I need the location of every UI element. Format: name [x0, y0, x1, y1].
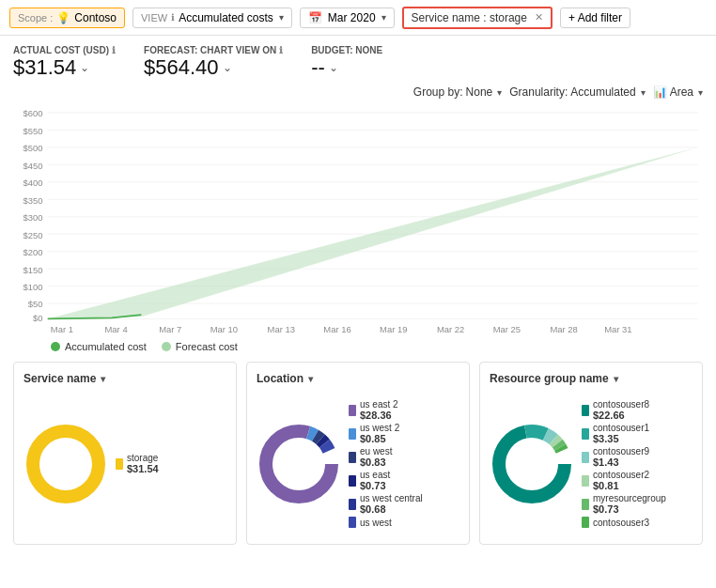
actual-cost-value: $31.54 ⌄	[13, 55, 116, 80]
service-item-amount: $31.54	[127, 463, 159, 474]
loc-color-4	[349, 475, 356, 487]
svg-text:Mar 16: Mar 16	[323, 323, 350, 333]
info-icon: ℹ	[171, 12, 175, 23]
scope-label: Scope :	[18, 12, 53, 23]
calendar-icon: 📅	[308, 11, 322, 24]
res-color-4	[582, 475, 589, 487]
bulb-icon: 💡	[56, 11, 70, 24]
res-color-5	[582, 499, 589, 510]
list-item: us west	[349, 517, 459, 528]
add-filter-button[interactable]: + Add filter	[560, 8, 630, 28]
service-card-content: storage $31.54	[23, 393, 226, 534]
view-label: VIEW	[141, 12, 167, 23]
location-donut	[257, 393, 341, 534]
view-selector[interactable]: VIEW ℹ Accumulated costs ▾	[132, 8, 292, 28]
service-legend: storage $31.54	[116, 393, 226, 534]
chart-area: $600 $550 $500 $450 $400 $350 $300 $250 …	[13, 102, 703, 337]
budget-label: BUDGET: NONE	[311, 45, 382, 55]
service-item-name: storage	[127, 453, 159, 463]
res-color-1	[582, 405, 589, 416]
svg-marker-26	[48, 147, 698, 319]
chart-type-selector[interactable]: 📊 Area ▾	[653, 85, 703, 99]
date-selector[interactable]: 📅 Mar 2020 ▾	[300, 8, 395, 28]
resource-legend: contosouser8$22.66 contosouser1$3.35 con…	[582, 393, 693, 534]
list-item: us west 2$0.85	[349, 423, 459, 444]
resource-chevron: ▾	[614, 374, 618, 384]
svg-point-46	[279, 444, 319, 484]
svg-text:$100: $100	[23, 282, 42, 292]
service-color	[116, 458, 123, 470]
location-card-content: us east 2$28.36 us west 2$0.85 eu west$0…	[257, 393, 459, 534]
svg-text:Mar 19: Mar 19	[380, 323, 407, 333]
svg-text:$50: $50	[28, 299, 43, 309]
forecast-info-icon[interactable]: ℹ	[279, 45, 283, 55]
loc-color-6	[349, 517, 356, 528]
list-item: contosouser1$3.35	[582, 423, 693, 444]
cost-chart: $600 $550 $500 $450 $400 $350 $300 $250 …	[13, 102, 703, 337]
view-chevron: ▾	[279, 12, 284, 23]
list-item: contosouser8$22.66	[582, 399, 693, 421]
list-item: contosouser2$0.81	[582, 470, 693, 491]
svg-text:$300: $300	[23, 212, 42, 223]
date-chevron: ▾	[381, 12, 386, 23]
list-item: contosouser9$1.43	[582, 446, 693, 468]
list-item: eu west$0.83	[349, 446, 459, 468]
list-item: us east$0.73	[349, 470, 459, 491]
granularity-selector[interactable]: Granularity: Accumulated ▾	[509, 85, 645, 99]
service-name-card: Service name ▾ storage	[13, 362, 237, 545]
loc-color-2	[349, 428, 356, 440]
forecast-value: $564.40 ⌄	[144, 55, 283, 80]
add-filter-label: + Add filter	[568, 11, 622, 24]
actual-info-icon[interactable]: ℹ	[112, 45, 116, 55]
view-value: Accumulated costs	[179, 11, 273, 24]
forecast-label: FORECAST: CHART VIEW ON ℹ	[144, 45, 283, 55]
svg-text:Mar 10: Mar 10	[210, 323, 238, 333]
groupby-selector[interactable]: Group by: None ▾	[413, 85, 502, 99]
list-item: contosouser3	[582, 517, 693, 528]
forecast-arrow: ⌄	[223, 61, 232, 74]
budget-metric: BUDGET: NONE -- ⌄	[311, 45, 382, 80]
chart-legend: Accumulated cost Forecast cost	[13, 337, 703, 360]
location-card: Location ▾	[246, 362, 470, 545]
actual-arrow: ⌄	[80, 61, 89, 74]
budget-value: -- ⌄	[311, 55, 382, 80]
groupby-value: None	[466, 85, 493, 99]
svg-text:$0: $0	[33, 312, 43, 322]
svg-text:$550: $550	[23, 126, 42, 136]
main-container: Scope : 💡 Contoso VIEW ℹ Accumulated cos…	[0, 0, 716, 588]
svg-text:$250: $250	[23, 229, 42, 240]
svg-point-53	[512, 444, 552, 484]
chart-type-icon: 📊	[653, 85, 667, 99]
location-title[interactable]: Location ▾	[257, 372, 459, 385]
list-item: us east 2$28.36	[349, 399, 459, 421]
scope-value: Contoso	[74, 11, 117, 24]
forecast-dot	[162, 342, 171, 351]
metrics-row: ACTUAL COST (USD) ℹ $31.54 ⌄ FORECAST: C…	[13, 45, 703, 80]
toolbar: Scope : 💡 Contoso VIEW ℹ Accumulated cos…	[0, 0, 716, 36]
scope-selector[interactable]: Scope : 💡 Contoso	[9, 8, 125, 28]
list-item: storage $31.54	[116, 453, 226, 474]
resource-group-card: Resource group name ▾	[479, 362, 703, 545]
svg-text:$500: $500	[23, 143, 42, 153]
res-color-2	[582, 428, 589, 440]
forecast-legend-label: Forecast cost	[176, 341, 238, 352]
close-icon[interactable]: ✕	[535, 11, 543, 23]
svg-text:Mar 25: Mar 25	[493, 323, 521, 333]
svg-text:$350: $350	[23, 194, 42, 205]
resource-group-title[interactable]: Resource group name ▾	[490, 372, 693, 385]
accumulated-legend-label: Accumulated cost	[65, 341, 147, 352]
list-item: us west central$0.68	[349, 493, 459, 515]
svg-text:Mar 31: Mar 31	[604, 323, 631, 333]
res-color-6	[582, 517, 589, 528]
groupby-chevron: ▾	[497, 87, 502, 98]
loc-color-3	[349, 452, 356, 463]
budget-arrow: ⌄	[329, 61, 338, 74]
granularity-value: Accumulated	[570, 85, 635, 99]
filter-chip[interactable]: Service name : storage ✕	[402, 7, 553, 29]
svg-text:$450: $450	[23, 160, 42, 170]
loc-color-1	[349, 405, 356, 416]
controls-row: Group by: None ▾ Granularity: Accumulate…	[13, 85, 703, 99]
service-name-title[interactable]: Service name ▾	[23, 372, 226, 385]
svg-text:$150: $150	[23, 264, 42, 274]
cards-row: Service name ▾ storage	[13, 362, 703, 545]
